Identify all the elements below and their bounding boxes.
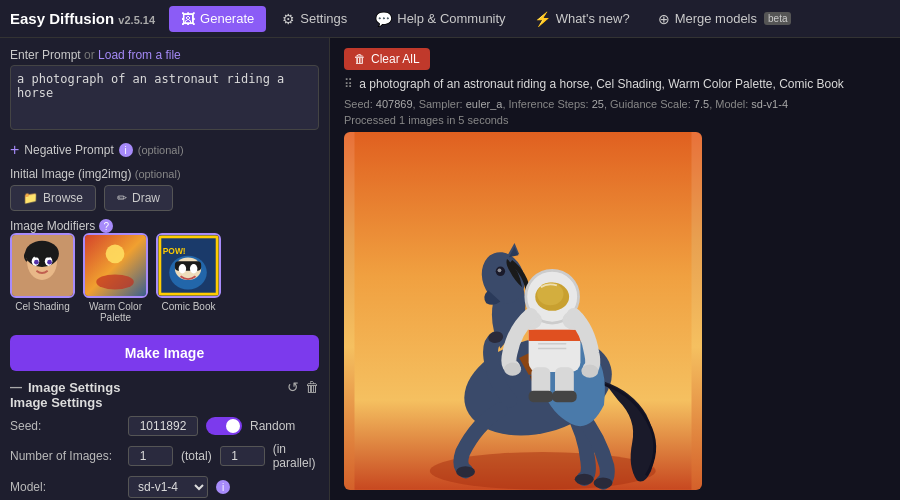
svg-point-9 — [106, 244, 125, 263]
svg-point-33 — [537, 283, 563, 306]
random-toggle[interactable] — [206, 417, 242, 435]
settings-nav-btn[interactable]: ⚙ Settings — [270, 6, 359, 32]
prompt-input[interactable]: a photograph of an astronaut riding a ho… — [10, 65, 319, 130]
svg-point-37 — [504, 363, 521, 376]
plus-icon: + — [10, 141, 19, 159]
processed-text: Processed 1 images in 5 seconds — [344, 114, 886, 126]
model-select[interactable]: sd-v1-4 — [128, 476, 208, 498]
image-modifiers-section: Image Modifiers ? — [10, 219, 319, 323]
svg-rect-7 — [35, 256, 51, 258]
modifier-thumb-cel-shading — [10, 233, 75, 298]
help-community-nav-btn[interactable]: 💬 Help & Community — [363, 6, 517, 32]
brand-version: v2.5.14 — [118, 14, 155, 26]
delete-settings-button[interactable]: 🗑 — [305, 379, 319, 395]
parallel-input[interactable] — [220, 446, 265, 466]
svg-point-2 — [25, 241, 59, 267]
prompt-section: Enter Prompt or Load from a file a photo… — [10, 48, 319, 133]
num-images-row: Number of Images: (total) (in parallel) — [10, 442, 319, 470]
svg-point-6 — [47, 260, 52, 265]
modifier-comic-book[interactable]: POW! Comic Book — [156, 233, 221, 323]
num-images-input[interactable] — [128, 446, 173, 466]
whats-new-nav-btn[interactable]: ⚡ What's new? — [522, 6, 642, 32]
brand-name: Easy Diffusion — [10, 10, 114, 27]
modifier-warm-color-label: Warm Color Palette — [83, 301, 148, 323]
left-panel: Enter Prompt or Load from a file a photo… — [0, 38, 330, 500]
help-icon: 💬 — [375, 11, 392, 27]
right-panel: 🗑 Clear AlL ⠿ a photograph of an astrona… — [330, 38, 900, 500]
neg-prompt-info-icon: i — [119, 143, 133, 157]
brand-logo: Easy Diffusion v2.5.14 — [10, 10, 155, 27]
merge-models-nav-btn[interactable]: ⊕ Merge models beta — [646, 6, 804, 32]
svg-text:POW!: POW! — [163, 246, 186, 256]
grid-icon: ⠿ — [344, 77, 353, 91]
modifiers-grid: Cel Shading — [10, 233, 319, 323]
seed-input[interactable] — [128, 416, 198, 436]
merge-icon: ⊕ — [658, 11, 670, 27]
collapse-icon: — — [10, 380, 22, 394]
image-info: ⠿ a photograph of an astronaut riding a … — [344, 76, 886, 126]
model-info-icon: i — [216, 480, 230, 494]
generate-nav-btn[interactable]: 🖼 Generate — [169, 6, 266, 32]
svg-point-28 — [594, 478, 613, 489]
output-image-row: ⠿ a photograph of an astronaut riding a … — [344, 76, 886, 126]
generated-image — [344, 132, 702, 490]
main-layout: Enter Prompt or Load from a file a photo… — [0, 38, 900, 500]
top-nav: Easy Diffusion v2.5.14 🖼 Generate ⚙ Sett… — [0, 0, 900, 38]
generate-icon: 🖼 — [181, 11, 195, 27]
neg-prompt-row[interactable]: + Negative Prompt i (optional) — [10, 141, 319, 159]
svg-rect-41 — [529, 391, 553, 402]
modifier-thumb-comic-book: POW! — [156, 233, 221, 298]
svg-point-27 — [575, 474, 594, 485]
svg-rect-42 — [552, 391, 576, 402]
output-toolbar: 🗑 Clear AlL — [344, 48, 886, 70]
image-settings-section: — Image Settings ↺ 🗑 Image Settings Seed… — [10, 379, 319, 500]
modifiers-info-icon: ? — [99, 219, 113, 233]
svg-point-38 — [581, 365, 598, 378]
settings-actions: ↺ 🗑 — [287, 379, 319, 395]
make-image-button[interactable]: Make Image — [10, 335, 319, 371]
modifier-comic-book-label: Comic Book — [162, 301, 216, 312]
init-image-label: Initial Image (img2img) (optional) — [10, 167, 319, 181]
prompt-label: Enter Prompt or Load from a file — [10, 48, 319, 62]
svg-point-24 — [498, 269, 502, 273]
init-image-section: Initial Image (img2img) (optional) 📁 Bro… — [10, 167, 319, 211]
settings-section-title: Image Settings — [10, 395, 319, 410]
svg-point-25 — [456, 466, 475, 477]
image-meta: Seed: 407869, Sampler: euler_a, Inferenc… — [344, 96, 886, 113]
svg-point-10 — [96, 274, 134, 289]
trash-icon: 🗑 — [354, 52, 366, 66]
browse-button[interactable]: 📁 Browse — [10, 185, 96, 211]
load-from-file-link[interactable]: Load from a file — [98, 48, 181, 62]
clear-all-button[interactable]: 🗑 Clear AlL — [344, 48, 430, 70]
model-row: Model: sd-v1-4 i — [10, 476, 319, 498]
whats-new-icon: ⚡ — [534, 11, 551, 27]
modifier-warm-color[interactable]: Warm Color Palette — [83, 233, 148, 323]
beta-badge: beta — [764, 12, 791, 25]
reset-settings-button[interactable]: ↺ — [287, 379, 299, 395]
seed-row: Seed: Random — [10, 416, 319, 436]
init-image-buttons: 📁 Browse ✏ Draw — [10, 185, 319, 211]
svg-point-5 — [34, 260, 39, 265]
svg-rect-30 — [529, 330, 581, 341]
browse-icon: 📁 — [23, 191, 38, 205]
settings-icon: ⚙ — [282, 11, 295, 27]
modifier-cel-shading-label: Cel Shading — [15, 301, 69, 312]
image-prompt-text: ⠿ a photograph of an astronaut riding a … — [344, 76, 886, 93]
modifier-thumb-warm-color — [83, 233, 148, 298]
svg-point-17 — [179, 264, 187, 273]
modifier-cel-shading[interactable]: Cel Shading — [10, 233, 75, 323]
svg-point-18 — [190, 264, 198, 273]
image-settings-title: — Image Settings — [10, 380, 120, 395]
draw-icon: ✏ — [117, 191, 127, 205]
image-settings-header: — Image Settings ↺ 🗑 — [10, 379, 319, 395]
draw-button[interactable]: ✏ Draw — [104, 185, 173, 211]
generated-image-svg — [344, 132, 702, 490]
image-modifiers-label: Image Modifiers ? — [10, 219, 319, 233]
